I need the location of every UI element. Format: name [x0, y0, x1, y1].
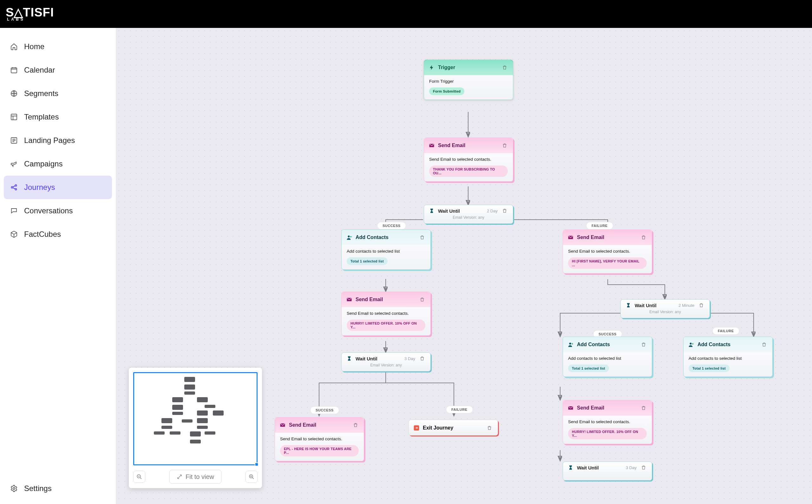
- node-desc: Send Email to selected contacts.: [347, 311, 426, 316]
- delete-node-button[interactable]: [640, 234, 647, 241]
- share-icon: [10, 183, 18, 192]
- chat-icon: [10, 206, 18, 215]
- delete-node-button[interactable]: [698, 301, 705, 309]
- node-trigger[interactable]: Trigger Form Trigger Form Submitted: [424, 60, 513, 100]
- node-title: Add Contacts: [577, 342, 610, 347]
- node-exit-journey[interactable]: Exit Journey: [409, 420, 498, 436]
- node-subtitle: Email Version: any: [429, 215, 509, 220]
- node-send-email-left-3[interactable]: Send Email Send Email to selected contac…: [275, 417, 364, 461]
- delete-node-button[interactable]: [640, 341, 647, 348]
- node-title: Send Email: [289, 422, 316, 428]
- node-send-email-right[interactable]: Send Email Send Email to selected contac…: [563, 229, 652, 274]
- node-desc: Send Email to selected contacts.: [568, 249, 647, 254]
- node-desc: Send Email to selected contacts.: [429, 157, 508, 162]
- mail-icon: [279, 422, 286, 428]
- branch-label-failure: FAILURE: [586, 222, 613, 229]
- node-wait-right[interactable]: Wait Until 2 Minute Email Version: any: [620, 299, 710, 318]
- calendar-icon: [10, 66, 18, 74]
- node-desc: Form Trigger: [429, 79, 508, 84]
- delete-node-button[interactable]: [419, 296, 426, 303]
- delete-node-button[interactable]: [760, 341, 768, 348]
- node-wait-right-2[interactable]: Wait Until 3 Day: [563, 462, 652, 481]
- home-icon: [10, 42, 18, 51]
- sidebar-item-landing-pages[interactable]: Landing Pages: [4, 129, 112, 152]
- hourglass-icon: [429, 208, 435, 214]
- node-desc: Add contacts to selected list: [689, 356, 767, 361]
- brand-logo: S△TISFI LABS: [6, 6, 54, 22]
- sidebar-item-calendar[interactable]: Calendar: [4, 58, 112, 82]
- sidebar-item-label: Journeys: [24, 183, 55, 192]
- svg-point-16: [690, 343, 692, 345]
- zoom-out-button[interactable]: [133, 471, 145, 483]
- sidebar-item-journeys[interactable]: Journeys: [4, 176, 112, 199]
- node-title: Add Contacts: [355, 235, 388, 240]
- node-chip: Form Submitted: [429, 87, 465, 95]
- minimap-viewport[interactable]: [133, 372, 257, 465]
- svg-point-15: [569, 343, 571, 345]
- node-send-email-1[interactable]: Send Email Send Email to selected contac…: [424, 138, 513, 182]
- sidebar-item-conversations[interactable]: Conversations: [4, 199, 112, 223]
- node-duration: 3 Day: [404, 356, 415, 361]
- topbar: S△TISFI LABS: [0, 0, 812, 28]
- node-subtitle: Email Version: any: [625, 310, 705, 314]
- delete-node-button[interactable]: [419, 234, 426, 241]
- svg-point-7: [13, 488, 15, 489]
- node-desc: Send Email to selected contacts.: [568, 419, 647, 424]
- node-chip: THANK YOU FOR SUBSCRIBING TO OU...: [429, 165, 508, 177]
- hourglass-icon: [568, 464, 574, 471]
- node-duration: 2 Day: [487, 209, 498, 213]
- trigger-icon: [429, 64, 435, 71]
- minimap[interactable]: Fit to view: [129, 368, 262, 488]
- node-title: Wait Until: [635, 303, 657, 308]
- hourglass-icon: [625, 302, 632, 308]
- sidebar-item-factcubes[interactable]: FactCubes: [4, 223, 112, 246]
- user-plus-icon: [688, 341, 694, 348]
- mail-icon: [429, 142, 435, 149]
- delete-node-button[interactable]: [419, 355, 426, 362]
- node-send-email-right-2[interactable]: Send Email Send Email to selected contac…: [563, 400, 652, 444]
- user-plus-icon: [346, 234, 352, 241]
- branch-label-failure: FAILURE: [712, 327, 739, 335]
- globe-icon: [10, 89, 18, 98]
- fit-to-view-button[interactable]: Fit to view: [169, 470, 221, 484]
- node-title: Trigger: [438, 65, 455, 70]
- sidebar-item-label: Segments: [24, 89, 58, 98]
- delete-node-button[interactable]: [501, 142, 509, 149]
- node-title: Wait Until: [577, 465, 599, 470]
- sidebar-item-label: Templates: [24, 113, 59, 121]
- delete-node-button[interactable]: [640, 404, 647, 412]
- journey-canvas[interactable]: Trigger Form Trigger Form Submitted Send…: [116, 28, 812, 504]
- sidebar-item-segments[interactable]: Segments: [4, 82, 112, 105]
- delete-node-button[interactable]: [486, 424, 493, 432]
- sidebar-item-settings[interactable]: Settings: [4, 477, 112, 500]
- zoom-in-button[interactable]: [245, 471, 257, 483]
- sidebar-item-campaigns[interactable]: Campaigns: [4, 152, 112, 176]
- node-title: Wait Until: [355, 356, 377, 361]
- node-desc: Send Email to selected contacts.: [280, 436, 359, 441]
- svg-rect-0: [11, 68, 17, 73]
- node-add-contacts-r1[interactable]: Add Contacts Add contacts to selected li…: [563, 337, 652, 377]
- mail-icon: [346, 296, 352, 303]
- svg-point-14: [348, 236, 350, 237]
- delete-node-button[interactable]: [501, 64, 509, 71]
- delete-node-button[interactable]: [352, 421, 359, 429]
- sidebar-item-templates[interactable]: Templates: [4, 105, 112, 129]
- delete-node-button[interactable]: [640, 464, 647, 471]
- node-title: Wait Until: [438, 208, 460, 214]
- hourglass-icon: [346, 355, 352, 362]
- node-wait-1[interactable]: Wait Until 2 Day Email Version: any: [424, 205, 513, 224]
- delete-node-button[interactable]: [501, 207, 509, 215]
- node-send-email-left-2[interactable]: Send Email Send Email to selected contac…: [341, 292, 431, 336]
- node-title: Send Email: [577, 235, 604, 240]
- node-wait-left-2[interactable]: Wait Until 3 Day Email Version: any: [341, 352, 431, 372]
- node-chip: Total 1 selected list: [347, 257, 387, 265]
- node-chip: HI [FIRST NAME], VERIFY YOUR EMAIL ...: [568, 257, 647, 269]
- node-add-contacts-left[interactable]: Add Contacts Add contacts to selected li…: [341, 229, 431, 270]
- minimap-resize-handle[interactable]: [255, 462, 258, 466]
- svg-rect-2: [11, 114, 17, 120]
- sidebar-item-home[interactable]: Home: [4, 35, 112, 58]
- node-desc: Add contacts to selected list: [347, 249, 426, 254]
- user-plus-icon: [568, 341, 574, 348]
- node-add-contacts-r2[interactable]: Add Contacts Add contacts to selected li…: [683, 337, 773, 377]
- page-icon: [10, 136, 18, 145]
